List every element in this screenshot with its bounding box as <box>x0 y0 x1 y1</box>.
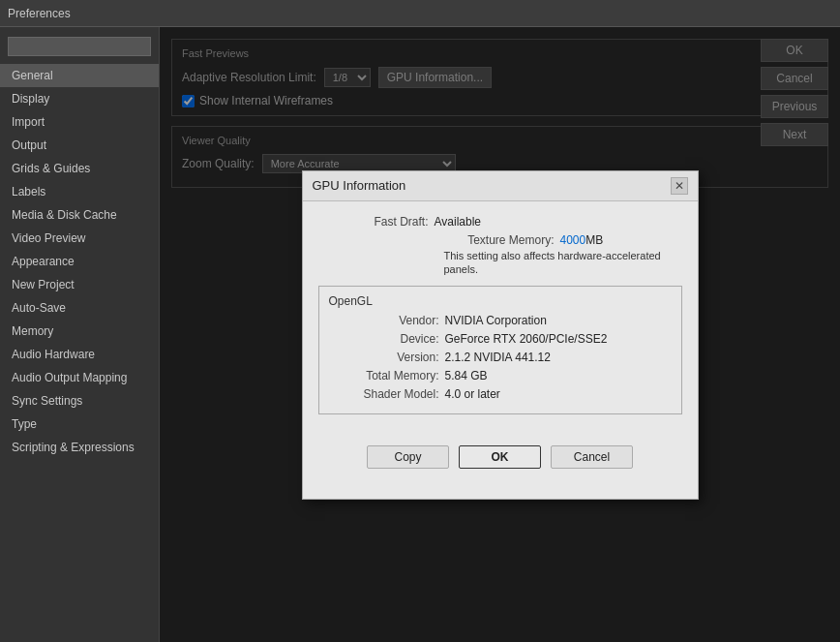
vendor-value: NVIDIA Corporation <box>445 314 547 327</box>
sidebar: General Display Import Output Grids & Gu… <box>0 27 160 642</box>
opengl-title: OpenGL <box>329 294 672 308</box>
sidebar-item-import[interactable]: Import <box>0 110 159 134</box>
vendor-row: Vendor: NVIDIA Corporation <box>329 314 672 327</box>
device-row: Device: GeForce RTX 2060/PCIe/SSE2 <box>329 332 672 346</box>
sidebar-item-grids-guides[interactable]: Grids & Guides <box>0 157 159 180</box>
device-label: Device: <box>329 332 445 346</box>
gpu-dialog: GPU Information ✕ Fast Draft: Available … <box>302 170 699 500</box>
main-layout: General Display Import Output Grids & Gu… <box>0 27 840 642</box>
sidebar-search <box>0 33 159 60</box>
dialog-cancel-button[interactable]: Cancel <box>551 445 633 469</box>
dialog-close-button[interactable]: ✕ <box>671 177 688 195</box>
search-input[interactable] <box>8 37 151 56</box>
version-label: Version: <box>329 351 445 364</box>
total-memory-label: Total Memory: <box>329 369 445 382</box>
texture-memory-value: 4000 <box>560 233 586 247</box>
dialog-ok-button[interactable]: OK <box>459 445 541 469</box>
total-memory-value: 5.84 GB <box>445 369 488 382</box>
gpu-dialog-title: GPU Information <box>313 178 406 193</box>
copy-button[interactable]: Copy <box>367 445 449 469</box>
texture-memory-row: Texture Memory: 4000 MB <box>318 233 682 247</box>
title-bar: Preferences <box>0 0 840 27</box>
sidebar-item-memory[interactable]: Memory <box>0 320 159 343</box>
sidebar-item-audio-output-mapping[interactable]: Audio Output Mapping <box>0 366 159 389</box>
sidebar-item-auto-save[interactable]: Auto-Save <box>0 296 159 320</box>
dialog-overlay: GPU Information ✕ Fast Draft: Available … <box>160 27 840 642</box>
sidebar-item-new-project[interactable]: New Project <box>0 273 159 296</box>
texture-memory-note-row: This setting also affects hardware-accel… <box>318 249 676 276</box>
device-value: GeForce RTX 2060/PCIe/SSE2 <box>445 332 608 346</box>
fast-draft-value: Available <box>435 215 481 229</box>
texture-memory-label: Texture Memory: <box>444 233 560 247</box>
sidebar-item-appearance[interactable]: Appearance <box>0 250 159 273</box>
fast-draft-label: Fast Draft: <box>318 215 435 229</box>
sidebar-item-scripting-expressions[interactable]: Scripting & Expressions <box>0 436 159 459</box>
texture-memory-unit: MB <box>585 233 603 247</box>
sidebar-item-sync-settings[interactable]: Sync Settings <box>0 389 159 413</box>
sidebar-item-general[interactable]: General <box>0 64 159 87</box>
shader-model-row: Shader Model: 4.0 or later <box>329 387 672 401</box>
content-area: Fast Previews Adaptive Resolution Limit:… <box>160 27 840 642</box>
gpu-dialog-body: Fast Draft: Available Texture Memory: 40… <box>303 201 698 438</box>
version-value: 2.1.2 NVIDIA 441.12 <box>445 351 551 364</box>
sidebar-item-audio-hardware[interactable]: Audio Hardware <box>0 343 159 366</box>
shader-model-value: 4.0 or later <box>445 387 500 401</box>
total-memory-row: Total Memory: 5.84 GB <box>329 369 672 382</box>
opengl-section: OpenGL Vendor: NVIDIA Corporation Device… <box>318 286 682 414</box>
version-row: Version: 2.1.2 NVIDIA 441.12 <box>329 351 672 364</box>
shader-model-label: Shader Model: <box>329 387 445 401</box>
sidebar-item-display[interactable]: Display <box>0 87 159 110</box>
app-title: Preferences <box>8 7 71 20</box>
vendor-label: Vendor: <box>329 314 445 327</box>
sidebar-item-type[interactable]: Type <box>0 413 159 436</box>
dialog-buttons: Copy OK Cancel <box>303 438 698 473</box>
sidebar-item-media-disk-cache[interactable]: Media & Disk Cache <box>0 203 159 227</box>
sidebar-item-video-preview[interactable]: Video Preview <box>0 227 159 250</box>
gpu-dialog-header: GPU Information ✕ <box>303 171 698 201</box>
sidebar-item-labels[interactable]: Labels <box>0 180 159 203</box>
sidebar-item-output[interactable]: Output <box>0 134 159 157</box>
texture-memory-note: This setting also affects hardware-accel… <box>444 250 661 275</box>
fast-draft-row: Fast Draft: Available <box>318 215 682 229</box>
